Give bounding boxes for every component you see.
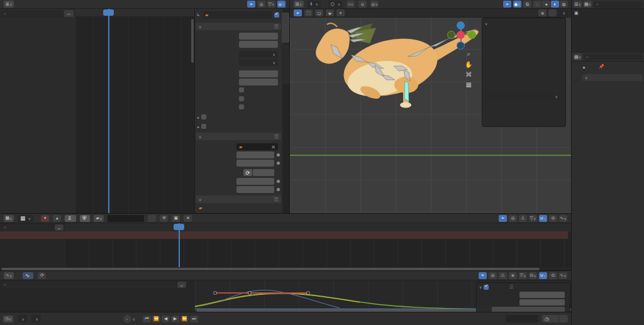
refresh-icon[interactable]: ⟳: [243, 169, 252, 176]
animated-time-panel[interactable]: ▸: [197, 124, 208, 129]
filter-icon[interactable]: ▽∨: [267, 1, 275, 8]
graph-search-input[interactable]: ⌕: [1, 282, 176, 288]
keying-dropdown[interactable]: ∨: [31, 315, 41, 322]
mirror-axis-icon[interactable]: ⧈: [538, 9, 547, 16]
playback-scale-field[interactable]: [236, 178, 274, 185]
dopesheet-grid[interactable]: [65, 239, 571, 267]
snap-magnet-icon[interactable]: ∪: [358, 1, 367, 8]
gr-warning-icon[interactable]: ⚠: [499, 272, 507, 279]
gr-keytype-icon[interactable]: ⊙: [549, 272, 557, 279]
dopesheet-ruler[interactable]: [65, 223, 571, 231]
gr-pivot-icon[interactable]: ⊙∨: [529, 272, 537, 279]
normalize-button[interactable]: ∿: [23, 272, 33, 279]
action-panel-header[interactable]: ∨ ☰: [196, 196, 281, 203]
outliner-display-mode-icon[interactable]: ▤∨: [584, 1, 592, 8]
viewport-canvas[interactable]: ⌕ ✋ ⌘ ▦ ∨ ∨: [290, 18, 572, 213]
action-browse-icon[interactable]: ▰∨: [94, 215, 104, 222]
dopesheet-search-input[interactable]: ⌕: [1, 224, 53, 231]
record-dropdown-icon[interactable]: ∨: [133, 317, 135, 321]
keyframe-dot-icon[interactable]: [277, 188, 280, 191]
shading-material-icon[interactable]: ◐: [551, 1, 559, 8]
new-action-icon[interactable]: ▣: [172, 215, 180, 222]
stash-button[interactable]: ⛨: [80, 215, 91, 222]
keyframe-dot-icon[interactable]: [277, 180, 280, 183]
tab-strip[interactable]: [282, 13, 289, 43]
orientation-dropdown[interactable]: ⬡ ∨: [328, 1, 343, 8]
properties-editor-type-icon[interactable]: ▤∨: [574, 53, 582, 60]
strip-mute-checkbox[interactable]: [274, 13, 279, 18]
cursor-y-field[interactable]: [519, 299, 565, 306]
strip-name-field[interactable]: ▰: [203, 11, 272, 19]
gr-frame-icon[interactable]: ⧈: [509, 272, 517, 279]
ds-warning-icon[interactable]: ⚠: [519, 215, 527, 222]
record-button[interactable]: ◦: [123, 315, 131, 323]
scene-panel-header[interactable]: ∨: [582, 74, 643, 81]
auto-blend-checkbox[interactable]: [239, 87, 244, 92]
nla-ruler[interactable]: [75, 9, 194, 16]
shading-mode-buttons[interactable]: ◌ ● ◐ ◍: [533, 1, 568, 8]
ds-filter-icon[interactable]: ▽∨: [529, 215, 537, 222]
select-box-icon[interactable]: ⬚: [304, 9, 313, 16]
cyclic-checkbox[interactable]: [239, 104, 244, 109]
play-reverse-button[interactable]: ◀: [162, 316, 170, 322]
nla-timeline[interactable]: [75, 9, 194, 213]
ds-select-icon[interactable]: ➢: [499, 215, 507, 222]
jump-to-start-button[interactable]: ⏮: [143, 316, 151, 322]
gr-filter-icon[interactable]: ▽∨: [519, 272, 527, 279]
select-circle-icon[interactable]: ◻: [315, 9, 323, 16]
blend-in-field[interactable]: [239, 70, 278, 77]
ds-interp-icon[interactable]: ∿∨: [559, 215, 567, 222]
pin-icon[interactable]: 📌: [599, 64, 604, 69]
rotation-mode-dropdown[interactable]: ∨: [486, 93, 560, 100]
summary-channel-row[interactable]: [0, 231, 568, 239]
current-frame-field[interactable]: [506, 315, 538, 322]
unlink-action-icon[interactable]: ✕: [184, 215, 192, 222]
gizmo-z-axis[interactable]: [457, 21, 465, 30]
clip-end-field[interactable]: [236, 160, 274, 167]
jump-to-end-button[interactable]: ⏭: [190, 316, 198, 322]
grid-ortho-icon[interactable]: ▦: [465, 81, 472, 88]
viewport-editor-type-icon[interactable]: ⊞∨: [294, 1, 304, 8]
transform-panel-header[interactable]: ∨: [485, 20, 487, 26]
snap-icon[interactable]: ∪∨: [277, 1, 286, 8]
cursor-x-field[interactable]: [519, 292, 565, 298]
outliner-filter-icon[interactable]: ☰∨: [574, 1, 582, 8]
shading-rendered-icon[interactable]: ◍: [560, 1, 568, 8]
gizmo-x-axis[interactable]: [457, 31, 465, 39]
ds-proportional-icon[interactable]: ◎: [509, 215, 517, 222]
use-preview-range-icon[interactable]: ◷: [545, 316, 549, 322]
dopesheet-action-name[interactable]: [108, 215, 144, 222]
pivot-dropdown-icon[interactable]: ⌾∨: [347, 1, 355, 8]
nla-vscrollbar[interactable]: [191, 19, 194, 63]
active-strip-panel-header[interactable]: ∨ ☰: [196, 23, 281, 30]
gizmo-y-axis[interactable]: [468, 31, 476, 39]
gizmo-y-neg-axis[interactable]: [447, 31, 455, 39]
hide-dot-icon[interactable]: ▾: [41, 215, 49, 222]
select-lasso-icon[interactable]: ⬙: [326, 9, 334, 16]
viewport-3d[interactable]: ⊞∨ 🕱 ∨ ⬡ ∨ ⌾∨ ∪ ◎∨ ➢ ◉∨ ⧉ ◌ ● ◐ ◍ ➢ ⬚: [289, 0, 572, 213]
ds-snap-icon[interactable]: ∪∨: [539, 215, 547, 222]
proportional-icon[interactable]: ◎∨: [370, 1, 379, 8]
dopesheet-frame-all-icon[interactable]: ↔: [55, 224, 64, 231]
dopesheet-current-frame-badge[interactable]: [174, 224, 184, 230]
pushdown-button[interactable]: ⇩: [65, 215, 75, 222]
keyframe-dot-icon[interactable]: [277, 162, 280, 165]
reversed-checkbox[interactable]: [239, 96, 244, 101]
blend-method-dropdown[interactable]: ∨: [239, 59, 278, 66]
nla-current-frame-badge[interactable]: [103, 9, 114, 16]
navigation-gizmo[interactable]: [447, 21, 476, 50]
camera-view-icon[interactable]: ⌘: [465, 71, 472, 78]
select-tool-icon[interactable]: ➢: [247, 1, 255, 8]
proportional-edit-icon[interactable]: ◎: [257, 1, 265, 8]
gr-interp-icon[interactable]: ∿∨: [559, 272, 567, 279]
tab-modifiers[interactable]: [282, 44, 289, 84]
start-frame-field[interactable]: [239, 33, 278, 40]
dopesheet-mode-dropdown[interactable]: ▦ ∨: [18, 215, 33, 222]
ds-pivot-icon[interactable]: ⊙: [549, 215, 557, 222]
scene-collection-row[interactable]: ▣: [574, 11, 580, 16]
extrapolation-dropdown[interactable]: ∨: [239, 51, 278, 58]
pan-hand-icon[interactable]: ✋: [465, 61, 472, 68]
gr-proportional-icon[interactable]: ◎: [489, 272, 497, 279]
action-clip-panel-header[interactable]: ∨ ☰: [196, 133, 281, 140]
properties-search-input[interactable]: ⌕: [584, 54, 643, 60]
